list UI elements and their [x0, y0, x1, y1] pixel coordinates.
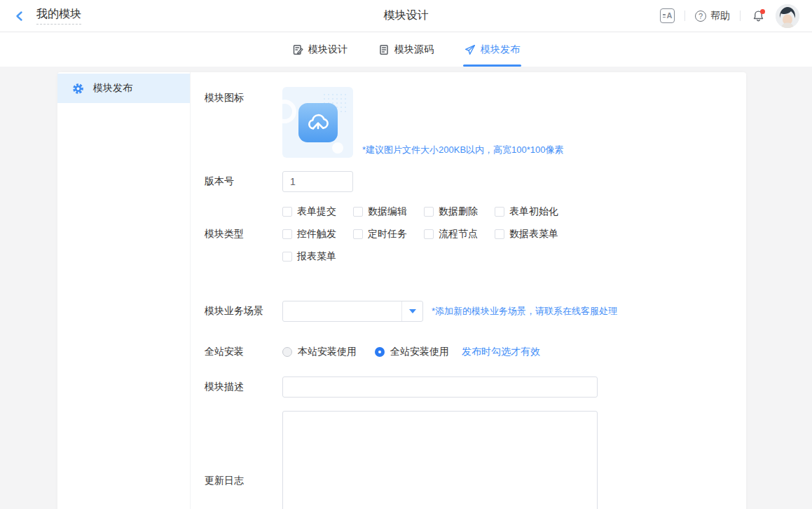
checkbox-option[interactable]: 表单初始化 [495, 205, 565, 218]
select-value [283, 301, 401, 321]
checkbox-icon [495, 207, 504, 217]
checkbox-label: 数据表菜单 [509, 228, 558, 240]
field-install-scope: 全站安装 本站安装使用 全站安装使用 发布时勾选才有效 [205, 346, 746, 358]
field-module-icon: 模块图标 *建议图片文件大 [205, 87, 746, 158]
page-title: 模块设计 [384, 8, 429, 23]
icon-size-hint: *建议图片文件大小200KB以内，高宽100*100像素 [362, 144, 564, 156]
install-effective-link[interactable]: 发布时勾选才有效 [462, 346, 540, 358]
content-card: 模块发布 模块图标 [57, 72, 746, 509]
checkbox-icon [353, 207, 363, 217]
chevron-down-icon [409, 309, 416, 313]
field-label: 全站安装 [205, 346, 282, 358]
field-label: 模块业务场景 [205, 305, 282, 318]
checkbox-icon [424, 207, 434, 217]
field-label: 版本号 [205, 175, 282, 188]
back-button[interactable] [13, 9, 27, 23]
decor-circle [282, 100, 296, 123]
description-input[interactable] [282, 376, 598, 398]
tab-label: 模块源码 [394, 43, 434, 56]
notification-bell-button[interactable] [750, 8, 766, 24]
radio-icon-selected [375, 347, 385, 357]
radio-label: 本站安装使用 [298, 346, 357, 358]
publish-icon [465, 44, 476, 55]
cloud-upload-icon [305, 110, 331, 135]
business-scene-select[interactable] [282, 301, 423, 322]
main-content: 模块发布 模块图标 [0, 67, 812, 509]
checkbox-label: 流程节点 [439, 228, 478, 240]
select-arrow-zone [401, 301, 422, 321]
tab-label: 模块发布 [481, 43, 520, 56]
field-label: 模块类型 [205, 228, 282, 240]
field-label: 模块图标 [205, 87, 282, 104]
unread-badge [760, 9, 765, 14]
top-bar: 我的模块 模块设计 A ? 帮助 [0, 0, 812, 32]
sidebar: 模块发布 [57, 72, 191, 509]
checkbox-label: 数据删除 [439, 205, 478, 218]
source-code-icon [378, 44, 390, 55]
user-avatar[interactable] [776, 4, 799, 28]
field-business-scene: 模块业务场景 *添加新的模块业务场景，请联系在线客服处理 [205, 301, 746, 322]
radio-sitewide-install[interactable]: 全站安装使用 [375, 346, 449, 358]
avatar-image [776, 4, 799, 28]
field-version: 版本号 [205, 171, 746, 192]
sidebar-item-label: 模块发布 [93, 82, 132, 95]
form-design-icon [292, 44, 303, 55]
publish-form: 模块图标 *建议图片文件大 [191, 72, 746, 509]
language-icon-letter: A [667, 12, 673, 20]
checkbox-option[interactable]: 数据删除 [424, 205, 495, 218]
tab-module-design[interactable]: 模块设计 [291, 32, 349, 67]
module-name-breadcrumb[interactable]: 我的模块 [36, 7, 81, 25]
language-icon-lines [663, 14, 666, 18]
checkbox-option[interactable]: 控件触发 [282, 228, 353, 240]
field-description: 模块描述 [205, 376, 746, 398]
tab-bar: 模块设计 模块源码 模块发布 [0, 32, 812, 67]
radio-local-install[interactable]: 本站安装使用 [282, 346, 357, 358]
module-type-options: 表单提交 数据编辑 数据删除 表单初始化 控件触发 定时任务 流程节点 数据表菜… [282, 205, 565, 263]
help-button[interactable]: ? 帮助 [695, 10, 730, 22]
checkbox-option[interactable]: 流程节点 [424, 228, 495, 240]
radio-icon [282, 347, 292, 357]
field-module-type: 模块类型 表单提交 数据编辑 数据删除 表单初始化 控件触发 定时任务 流程节点… [205, 205, 746, 263]
checkbox-icon [282, 207, 292, 217]
help-label: 帮助 [710, 10, 730, 22]
checkbox-icon [353, 229, 363, 239]
checkbox-label: 表单提交 [297, 205, 336, 218]
radio-label: 全站安装使用 [390, 346, 449, 358]
gear-icon [72, 83, 84, 95]
checkbox-option[interactable]: 数据表菜单 [495, 228, 565, 240]
tab-module-publish[interactable]: 模块发布 [463, 32, 521, 67]
checkbox-icon [424, 229, 434, 239]
divider [740, 11, 741, 21]
version-input[interactable] [282, 171, 353, 192]
module-icon-upload[interactable] [282, 87, 353, 158]
question-icon: ? [695, 11, 706, 22]
checkbox-option[interactable]: 报表菜单 [282, 250, 353, 263]
tab-module-source[interactable]: 模块源码 [377, 32, 435, 67]
chevron-left-icon [14, 11, 25, 22]
field-label: 更新日志 [205, 475, 282, 487]
checkbox-icon [282, 229, 292, 239]
checkbox-label: 表单初始化 [509, 205, 558, 218]
checkbox-label: 定时任务 [368, 228, 407, 240]
sidebar-item-module-publish[interactable]: 模块发布 [57, 74, 190, 103]
checkbox-label: 报表菜单 [297, 250, 336, 263]
language-icon[interactable]: A [660, 8, 675, 23]
checkbox-label: 控件触发 [297, 228, 336, 240]
checkbox-option[interactable]: 定时任务 [353, 228, 424, 240]
changelog-textarea[interactable] [282, 411, 598, 509]
tab-label: 模块设计 [308, 43, 347, 56]
decor-circle [332, 142, 343, 154]
field-label: 模块描述 [205, 381, 282, 393]
checkbox-icon [282, 252, 292, 262]
checkbox-label: 数据编辑 [368, 205, 407, 218]
checkbox-icon [495, 229, 504, 239]
checkbox-option[interactable]: 表单提交 [282, 205, 353, 218]
field-changelog: 更新日志 [205, 411, 746, 509]
module-icon-tile [298, 103, 338, 142]
checkbox-option[interactable]: 数据编辑 [353, 205, 424, 218]
scene-hint: *添加新的模块业务场景，请联系在线客服处理 [432, 305, 617, 318]
divider [684, 11, 685, 21]
